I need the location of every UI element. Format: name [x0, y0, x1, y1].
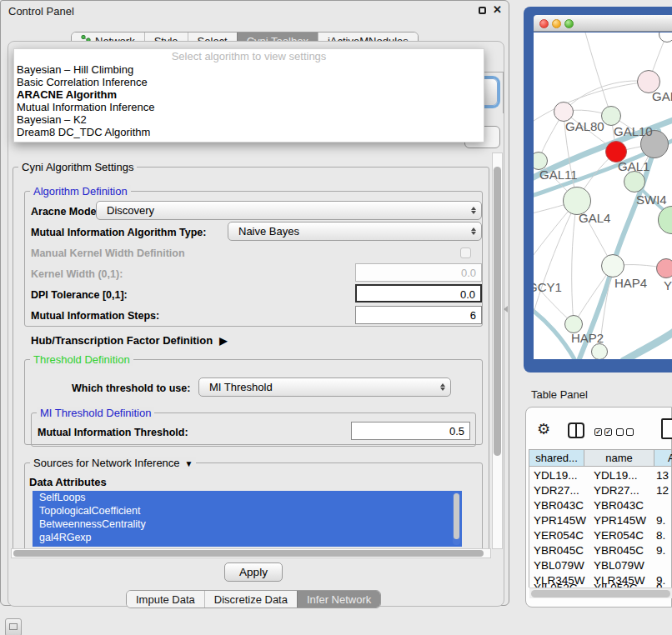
dropdown-item[interactable]: Basic Correlation Inference — [14, 76, 484, 88]
attribute-item[interactable]: TopologicalCoefficient — [33, 504, 462, 518]
mi-steps-label: Mutual Information Steps: — [31, 310, 159, 322]
select-all-checkbox-icon[interactable]: ✓ — [604, 428, 612, 436]
table-horizontal-scrollbar[interactable] — [529, 588, 672, 598]
cyni-bottom-tabbar: Impute Data Discretize Data Infer Networ… — [126, 590, 381, 608]
cell-name: YBR043C — [594, 499, 644, 512]
network-canvas[interactable]: GAL GAL80 GAL10 GAL1 GAL11 SWI4 GAL4 HAP… — [534, 32, 672, 359]
dpi-tolerance-field[interactable]: 0.0 — [355, 284, 482, 302]
collapsed-arrow-icon: ▶ — [219, 335, 227, 347]
attribute-item[interactable]: BetweennessCentrality — [33, 518, 462, 531]
attribute-item[interactable]: gal4RGexp — [33, 531, 462, 544]
cell-value: 13 — [656, 469, 669, 482]
algorithm-dropdown-popup: Select algorithm to view settings Bayesi… — [13, 48, 484, 142]
expanded-arrow-icon: ▼ — [185, 459, 193, 468]
table-settings-gear-icon[interactable]: ⚙ — [537, 420, 550, 438]
dropdown-item-selected[interactable]: ARACNE Algorithm — [14, 88, 484, 101]
cell-value: 9 — [656, 582, 663, 588]
dropdown-item[interactable]: Bayesian – K2 — [14, 113, 484, 126]
column-header-shared-name[interactable]: shared... — [529, 449, 584, 467]
which-threshold-combobox[interactable]: MI Threshold — [198, 378, 451, 397]
cell-name: YER054C — [594, 529, 644, 542]
close-traffic-light-icon[interactable] — [539, 19, 549, 28]
cell-name: YPR145W — [594, 514, 646, 527]
which-threshold-value: MI Threshold — [199, 381, 435, 393]
dropdown-item[interactable]: Bayesian – Hill Climbing — [14, 63, 484, 76]
settings-horizontal-scrollbar[interactable] — [11, 548, 491, 558]
node-label: GAL11 — [539, 168, 578, 182]
node-label: GAL80 — [565, 119, 604, 133]
dropdown-item[interactable]: Dream8 DC_TDC Algorithm — [14, 126, 484, 138]
network-window-titlebar[interactable] — [534, 15, 672, 32]
network-node[interactable] — [601, 254, 624, 278]
node-label: GCY1 — [534, 280, 562, 294]
data-attributes-list: SelfLoops TopologicalCoefficient Between… — [33, 491, 462, 547]
dropdown-item[interactable]: Mutual Information Inference — [14, 101, 484, 113]
kernel-width-field[interactable]: 0.0 — [355, 263, 482, 282]
close-icon[interactable]: ✕ — [493, 3, 502, 16]
threshold-definition-title: Threshold Definition — [30, 353, 133, 366]
tab-discretize-data[interactable]: Discretize Data — [204, 591, 297, 608]
manual-kernel-width-checkbox[interactable] — [460, 248, 471, 258]
cell-shared: YDL19... — [534, 469, 578, 482]
sources-title[interactable]: Sources for Network Inference▼ — [30, 457, 196, 469]
float-window-icon[interactable] — [479, 7, 486, 14]
mi-threshold-field[interactable]: 0.5 — [351, 422, 470, 440]
cell-shared: YBR045C — [534, 544, 584, 557]
aracne-mode-combobox[interactable]: Discovery — [96, 201, 482, 220]
aracne-mode-value: Discovery — [97, 204, 466, 217]
dpi-tolerance-label: DPI Tolerance [0,1]: — [31, 289, 128, 301]
attribute-item[interactable]: SelfLoops — [33, 491, 462, 504]
deselect-all-checkbox-icon[interactable] — [616, 428, 624, 436]
algorithm-definition-title: Algorithm Definition — [30, 185, 131, 198]
network-node[interactable] — [656, 258, 672, 278]
sources-title-label: Sources for Network Inference — [33, 457, 180, 469]
mi-algorithm-type-combobox[interactable]: Naive Bayes — [228, 222, 482, 241]
table-rows-area[interactable]: YDL19... YDL19... 13 YDR27... YDR27... 1… — [529, 467, 672, 588]
column-header-name[interactable]: name — [584, 449, 654, 467]
node-label: SWI4 — [636, 192, 667, 207]
node-label: GAL — [652, 89, 672, 103]
deselect-all-checkbox-icon[interactable] — [626, 428, 634, 436]
apply-button[interactable]: Apply — [224, 562, 283, 582]
node-label: GAL1 — [618, 159, 649, 173]
tab-impute-data[interactable]: Impute Data — [127, 591, 204, 608]
cyni-algorithm-settings-title: Cyni Algorithm Settings — [18, 161, 137, 173]
cell-name: YBR045C — [594, 544, 644, 557]
combo-arrows-icon — [435, 383, 450, 391]
hub-definition-toggle[interactable]: Hub/Transcription Factor Definition▶ — [31, 334, 227, 347]
column-layout-icon[interactable] — [568, 422, 584, 438]
network-node[interactable] — [624, 171, 645, 192]
minimized-panel-icon[interactable] — [5, 618, 22, 635]
cell-shared: YBR043C — [534, 499, 584, 512]
tab-infer-network-label: Infer Network — [307, 593, 371, 606]
cell-shared: YBL079W — [534, 559, 584, 572]
settings-vertical-scrollbar[interactable] — [492, 152, 503, 549]
tab-infer-network[interactable]: Infer Network — [297, 591, 380, 608]
mi-algorithm-type-value: Naive Bayes — [228, 225, 466, 238]
column-header-partial[interactable]: A — [654, 449, 672, 467]
cell-shared: YPR145W — [534, 514, 586, 527]
minimize-traffic-light-icon[interactable] — [552, 19, 561, 28]
cell-shared: YIL052C — [534, 582, 578, 588]
mi-steps-field[interactable]: 6 — [355, 306, 482, 324]
attributes-list-scrollbar[interactable] — [453, 492, 460, 545]
control-panel-window: Control Panel ✕ Network Style — [0, 0, 509, 606]
kernel-width-label: Kernel Width (0,1): — [31, 268, 123, 280]
manual-kernel-width-label: Manual Kernel Width Definition — [31, 248, 185, 259]
network-node[interactable] — [591, 343, 608, 359]
cell-value: 9. — [656, 544, 665, 557]
tab-discretize-data-label: Discretize Data — [214, 593, 288, 606]
zoom-traffic-light-icon[interactable] — [564, 19, 574, 28]
cell-name: YBL079W — [594, 559, 644, 572]
combo-arrows-icon — [466, 228, 481, 235]
hub-definition-label: Hub/Transcription Factor Definition — [31, 334, 213, 347]
aracne-mode-label: Aracne Mode: — [31, 206, 100, 218]
select-all-checkbox-icon[interactable]: ✓ — [594, 428, 602, 436]
export-table-icon[interactable] — [661, 418, 672, 439]
cell-shared: YER054C — [534, 529, 584, 542]
data-attributes-label: Data Attributes — [29, 476, 107, 488]
which-threshold-label: Which threshold to use: — [72, 382, 190, 394]
node-label: GAL10 — [614, 124, 653, 138]
cell-value: 8. — [656, 529, 665, 542]
splitter-collapse-handle[interactable] — [504, 306, 508, 312]
